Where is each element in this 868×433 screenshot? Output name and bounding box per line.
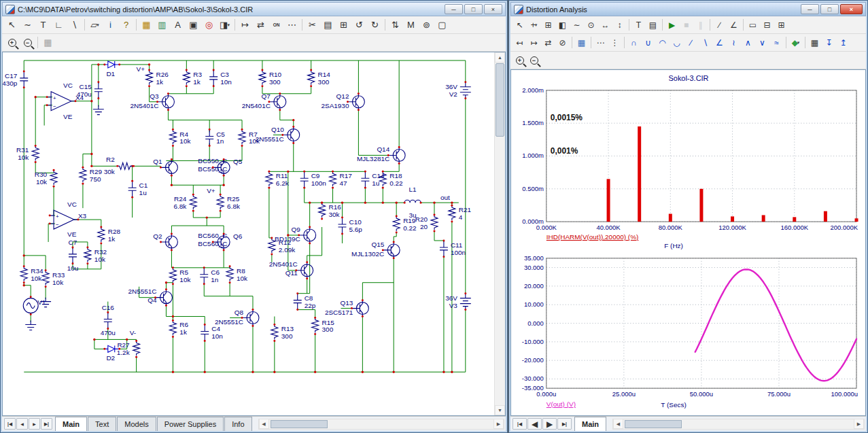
vertical-scrollbar[interactable]: ▲ ▼ [494, 52, 505, 415]
component-C11[interactable]: C11100n [440, 239, 466, 258]
component-Q8[interactable]: Q82N5551C [215, 309, 259, 327]
component-R34[interactable]: R3410k [20, 265, 44, 283]
component-gnd[interactable] [93, 105, 104, 115]
bottom-plot-legend[interactable]: V(out) (V) [546, 400, 576, 408]
component-R14[interactable]: R14300 [308, 69, 331, 87]
horizontal-scroll-thumb[interactable] [271, 420, 328, 428]
global-high-finder[interactable]: ∧ [741, 35, 755, 50]
horizontal-scrollbar[interactable]: ◀ ▶ [612, 419, 865, 430]
split-plot-view[interactable]: ⊟ [760, 18, 774, 32]
info-mode[interactable]: i [103, 18, 118, 32]
scroll-up-arrow[interactable]: ▲ [495, 52, 505, 63]
horizontal-scrollbar[interactable]: ◀ ▶ [258, 419, 504, 430]
slope-finder[interactable]: ∠ [712, 35, 727, 50]
component-R17[interactable]: R1747 [330, 171, 353, 189]
component-C4[interactable]: C410n [201, 324, 223, 342]
data-points-horizontal[interactable]: ⋯ [593, 35, 608, 50]
prev-page[interactable]: ◀ [527, 418, 542, 430]
minimize-button[interactable]: ─ [801, 4, 819, 14]
component-Q4[interactable]: 2N5551CQ4 [128, 288, 172, 307]
next-page[interactable]: ▶ [542, 418, 557, 430]
component-palette[interactable]: ▦ [139, 18, 154, 32]
period-mode[interactable]: ∼ [570, 18, 584, 32]
component-R18[interactable]: R180.22 [379, 171, 403, 189]
schematic-canvas[interactable]: VCVEV+BC550_CBC550_CV+VCVEBC560_CBC560_C… [3, 52, 494, 415]
grid-plot-view[interactable]: ⊞ [774, 18, 788, 32]
top-plot-legend[interactable]: IHD(HARM(V(out)),20000) (%) [546, 233, 638, 241]
component-R10[interactable]: R10300 [259, 69, 282, 87]
cursor-left-step[interactable]: ↤ [513, 35, 527, 50]
numeric-output[interactable]: ▦ [808, 35, 822, 50]
low-finder[interactable]: ◡ [670, 35, 684, 50]
scale-mode[interactable]: ◧ [555, 18, 570, 32]
ortho-wire-mode[interactable]: ∟ [51, 18, 67, 32]
graph-canvas[interactable]: Sokol-3.CIR0.000K40.000K80.000K120.000K1… [511, 70, 865, 415]
cursor-right-step[interactable]: ↦ [527, 35, 541, 50]
component-R29[interactable]: R29750 [80, 167, 103, 185]
sheet-info[interactable]: ▢ [434, 18, 450, 32]
schematic-titlebar[interactable]: C:\MC9\DATA\Petrov\switching distortion\… [2, 2, 506, 16]
component-C15[interactable]: C15470u [77, 81, 103, 99]
trace-color-dropdown[interactable]: ◆▾ [788, 35, 803, 50]
tab-power-supplies[interactable]: Power Supplies [157, 417, 224, 431]
flag-mode[interactable]: ◎ [201, 18, 217, 32]
text-mode[interactable]: T [631, 18, 646, 32]
component-R28[interactable]: R281k [98, 226, 121, 245]
thumbnail-view[interactable]: ▦ [574, 35, 589, 50]
last-page[interactable]: ▶| [41, 418, 52, 430]
tab-info[interactable]: Info [224, 417, 251, 431]
component-R5[interactable]: R510k [169, 266, 190, 285]
close-button[interactable]: × [484, 4, 502, 14]
component-R21[interactable]: R214 [449, 205, 472, 223]
cut-tool[interactable]: ✂ [305, 18, 320, 32]
analysis-titlebar[interactable]: Distortion Analysis ─□× [510, 2, 866, 16]
scroll-down-arrow[interactable]: ▼ [495, 405, 505, 415]
envelope-finder[interactable]: ≈ [769, 35, 784, 50]
component-V1[interactable]: V1 [23, 296, 46, 315]
next-page[interactable]: ▶ [29, 418, 40, 430]
go-to-x[interactable]: ↥ [836, 35, 850, 50]
rise-finder[interactable]: ∕ [684, 35, 698, 50]
component-C7[interactable]: C710u [67, 239, 79, 272]
wire-mode[interactable]: ∼ [20, 18, 35, 32]
component-R27[interactable]: R271.2k [117, 340, 140, 358]
color-swatches[interactable]: ▥ [154, 18, 170, 32]
node-snap-toggle[interactable]: ⇄ [253, 18, 268, 32]
component-L1[interactable]: L13u [404, 186, 422, 219]
component-R33[interactable]: R3310k [42, 269, 65, 288]
component-V2[interactable]: 36VV2 [445, 81, 471, 99]
inflection-finder[interactable]: ≀ [727, 35, 741, 50]
component-Q12[interactable]: Q122SA1930 [321, 92, 364, 111]
properties[interactable]: ▤ [320, 18, 336, 32]
high-finder[interactable]: ◠ [655, 35, 670, 50]
vertical-scroll-thumb[interactable] [496, 63, 504, 137]
go-to-y[interactable]: ↧ [822, 35, 836, 50]
text-mode[interactable]: T [35, 18, 51, 32]
component-C9[interactable]: C9100n [300, 171, 326, 189]
minimize-button[interactable]: ─ [445, 4, 463, 14]
restore-button[interactable]: □ [820, 4, 839, 14]
last-page[interactable]: ▶| [557, 418, 572, 430]
first-page[interactable]: |◀ [4, 418, 16, 430]
vertical-tag-mode[interactable]: ↕ [612, 18, 627, 32]
line-mode[interactable]: ∕ [712, 18, 727, 32]
on-off-toggle[interactable]: ON [268, 18, 284, 32]
diagonal-wire-mode[interactable]: ∖ [67, 18, 82, 32]
component-Q9[interactable]: Q9BD139C [275, 226, 316, 244]
component-R4[interactable]: R410k [169, 128, 190, 147]
component-R26[interactable]: R261k [146, 69, 169, 87]
zoom-in[interactable]: + [513, 53, 527, 67]
component-C6[interactable]: C61n [200, 266, 220, 285]
component-Q10[interactable]: Q102N5551C [256, 126, 300, 144]
component-C3[interactable]: C310n [209, 69, 232, 87]
component-Q14[interactable]: Q14MJL3281C [357, 145, 405, 164]
component-R16[interactable]: R1630k [319, 202, 342, 220]
mirror-dropdown[interactable]: ◨▾ [217, 18, 232, 32]
select-mode[interactable]: ↖ [4, 18, 20, 32]
component-gnd[interactable] [25, 321, 36, 330]
component-Q11[interactable]: 2N5401CQ11 [269, 260, 313, 279]
component-R32[interactable]: R3210k [84, 246, 107, 264]
component-C10[interactable]: C105.6p [338, 217, 363, 235]
tab-models[interactable]: Models [117, 417, 156, 431]
cursor-link[interactable]: ⇄ [541, 35, 555, 50]
